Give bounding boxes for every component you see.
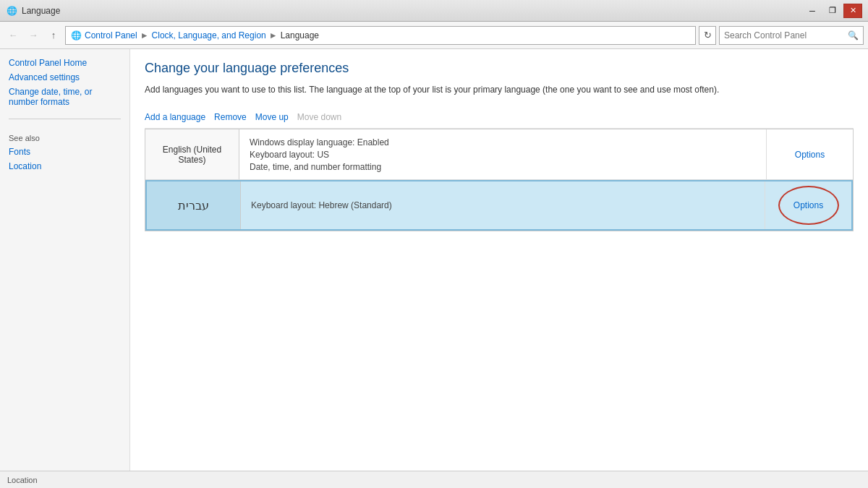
- forward-button[interactable]: →: [25, 27, 42, 44]
- language-row-hebrew[interactable]: עברית Keyboard layout: Hebrew (Standard)…: [145, 180, 853, 231]
- language-list: English (United States) Windows display …: [145, 129, 854, 231]
- path-clock-lang[interactable]: Clock, Language, and Region: [152, 30, 266, 40]
- sidebar-advanced-settings[interactable]: Advanced settings: [9, 72, 121, 82]
- title-bar-title: Language: [22, 6, 60, 16]
- page-title: Change your language preferences: [145, 61, 854, 76]
- lang-detail-english-2: Date, time, and number formatting: [250, 162, 756, 172]
- address-bar: ← → ↑ 🌐 Control Panel ► Clock, Language,…: [0, 22, 868, 49]
- lang-name-english: English (United States): [145, 129, 239, 179]
- path-control-panel[interactable]: Control Panel: [85, 30, 137, 40]
- close-button[interactable]: ✕: [843, 4, 862, 18]
- options-link-hebrew[interactable]: Options: [793, 200, 823, 210]
- restore-button[interactable]: ❐: [823, 4, 842, 18]
- lang-details-hebrew: Keyboard layout: Hebrew (Standard): [241, 181, 765, 229]
- title-bar-left: 🌐 Language: [6, 5, 60, 17]
- path-sep-1: ►: [140, 30, 149, 40]
- up-button[interactable]: ↑: [45, 27, 62, 44]
- back-button[interactable]: ←: [4, 27, 22, 44]
- status-bar: Location: [0, 471, 868, 488]
- page-description: Add languages you want to use to this li…: [145, 83, 854, 96]
- lang-options-hebrew: Options: [765, 181, 851, 229]
- lang-detail-hebrew-0: Keyboard layout: Hebrew (Standard): [251, 200, 754, 210]
- lang-details-english: Windows display language: Enabled Keyboa…: [239, 129, 766, 179]
- language-row-english[interactable]: English (United States) Windows display …: [145, 129, 853, 180]
- lang-name-hebrew: עברית: [147, 181, 241, 229]
- status-location-label: Location: [7, 476, 38, 484]
- title-bar-controls: ─ ❐ ✕: [803, 4, 862, 18]
- sidebar-fonts-link[interactable]: Fonts: [9, 147, 121, 157]
- path-sep-2: ►: [269, 30, 278, 40]
- language-toolbar: Add a language Remove Move up Move down: [145, 106, 854, 129]
- sidebar: Control Panel Home Advanced settings Cha…: [0, 49, 130, 471]
- lang-options-english: Options: [766, 129, 853, 179]
- move-down-button[interactable]: Move down: [297, 111, 341, 124]
- address-path: 🌐 Control Panel ► Clock, Language, and R…: [65, 26, 696, 45]
- path-icon: 🌐: [70, 30, 82, 41]
- title-bar-icon: 🌐: [6, 5, 17, 17]
- search-input[interactable]: [724, 30, 845, 40]
- sidebar-see-also-label: See also: [9, 134, 121, 142]
- main-layout: Control Panel Home Advanced settings Cha…: [0, 49, 868, 471]
- path-current: Language: [281, 30, 319, 40]
- minimize-button[interactable]: ─: [803, 4, 822, 18]
- refresh-button[interactable]: ↻: [699, 26, 716, 45]
- lang-detail-english-1: Keyboard layout: US: [250, 150, 756, 160]
- search-icon[interactable]: 🔍: [848, 30, 859, 40]
- sidebar-change-date-time[interactable]: Change date, time, or number formats: [9, 87, 121, 107]
- remove-button[interactable]: Remove: [214, 111, 247, 124]
- move-up-button[interactable]: Move up: [255, 111, 289, 124]
- add-language-button[interactable]: Add a language: [145, 111, 205, 124]
- content-area: Change your language preferences Add lan…: [130, 49, 868, 471]
- options-link-english[interactable]: Options: [795, 150, 825, 160]
- lang-detail-english-0: Windows display language: Enabled: [250, 137, 756, 147]
- sidebar-location-link[interactable]: Location: [9, 161, 121, 171]
- sidebar-control-panel-home[interactable]: Control Panel Home: [9, 58, 121, 68]
- sidebar-divider: [9, 119, 121, 119]
- title-bar: 🌐 Language ─ ❐ ✕: [0, 0, 868, 22]
- search-box: 🔍: [719, 26, 864, 45]
